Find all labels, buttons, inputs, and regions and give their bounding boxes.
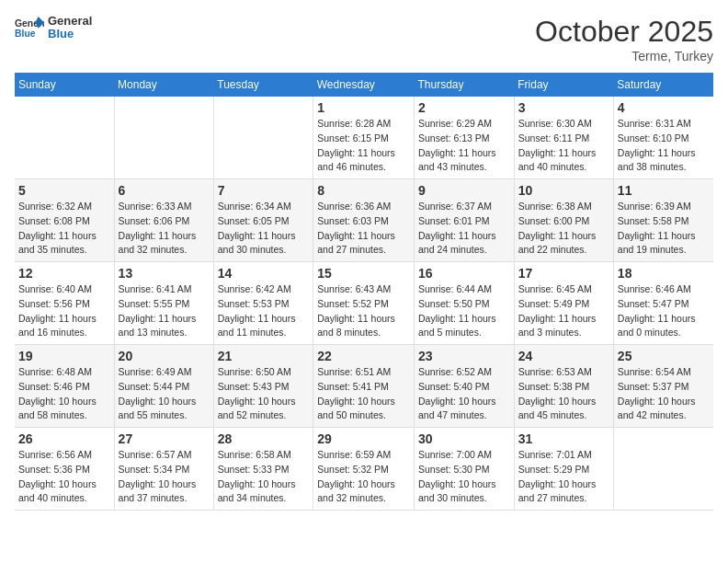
calendar-cell [15,97,114,179]
calendar-cell: 9Sunrise: 6:37 AM Sunset: 6:01 PM Daylig… [414,179,514,262]
title-block: October 2025 Terme, Turkey [535,15,713,63]
day-info: Sunrise: 6:44 AM Sunset: 5:50 PM Dayligh… [418,282,510,340]
day-number: 23 [418,349,510,363]
day-info: Sunrise: 6:28 AM Sunset: 6:15 PM Dayligh… [317,117,410,175]
day-info: Sunrise: 6:51 AM Sunset: 5:41 PM Dayligh… [317,365,410,423]
day-info: Sunrise: 6:29 AM Sunset: 6:13 PM Dayligh… [418,117,510,175]
day-info: Sunrise: 7:00 AM Sunset: 5:30 PM Dayligh… [418,448,510,506]
day-info: Sunrise: 6:46 AM Sunset: 5:47 PM Dayligh… [618,282,710,340]
logo-blue-text: Blue [48,28,92,40]
calendar-cell: 20Sunrise: 6:49 AM Sunset: 5:44 PM Dayli… [114,345,213,428]
calendar-cell: 15Sunrise: 6:43 AM Sunset: 5:52 PM Dayli… [313,262,415,345]
svg-text:Blue: Blue [15,29,36,40]
logo: General Blue General Blue [15,15,92,41]
day-number: 30 [418,431,510,446]
day-number: 8 [317,183,410,198]
day-number: 27 [119,431,210,446]
calendar-cell: 6Sunrise: 6:33 AM Sunset: 6:06 PM Daylig… [114,179,213,262]
day-info: Sunrise: 6:48 AM Sunset: 5:46 PM Dayligh… [18,365,110,423]
day-info: Sunrise: 6:38 AM Sunset: 6:00 PM Dayligh… [518,200,609,258]
day-info: Sunrise: 6:56 AM Sunset: 5:36 PM Dayligh… [18,448,110,506]
day-info: Sunrise: 6:54 AM Sunset: 5:37 PM Dayligh… [618,365,710,423]
calendar-cell [613,428,713,511]
page-header: General Blue General Blue October 2025 T… [15,15,713,63]
day-info: Sunrise: 6:32 AM Sunset: 6:08 PM Dayligh… [18,200,110,258]
day-number: 2 [418,100,510,115]
calendar-cell: 7Sunrise: 6:34 AM Sunset: 6:05 PM Daylig… [213,179,313,262]
calendar-cell: 21Sunrise: 6:50 AM Sunset: 5:43 PM Dayli… [213,345,313,428]
calendar-cell: 26Sunrise: 6:56 AM Sunset: 5:36 PM Dayli… [15,428,114,511]
weekday-header-saturday: Saturday [613,73,713,97]
calendar-cell: 23Sunrise: 6:52 AM Sunset: 5:40 PM Dayli… [414,345,514,428]
day-number: 5 [18,183,110,198]
day-number: 3 [518,100,609,115]
day-number: 14 [218,266,309,281]
calendar-cell: 29Sunrise: 6:59 AM Sunset: 5:32 PM Dayli… [313,428,415,511]
week-row-1: 1Sunrise: 6:28 AM Sunset: 6:15 PM Daylig… [15,97,713,179]
day-info: Sunrise: 6:58 AM Sunset: 5:33 PM Dayligh… [218,448,309,506]
day-number: 10 [518,183,609,198]
day-number: 18 [618,266,710,281]
day-number: 24 [518,349,609,363]
day-number: 22 [317,349,410,363]
day-info: Sunrise: 6:42 AM Sunset: 5:53 PM Dayligh… [218,282,309,340]
day-info: Sunrise: 6:36 AM Sunset: 6:03 PM Dayligh… [317,200,410,258]
day-number: 29 [317,431,410,446]
calendar-cell: 22Sunrise: 6:51 AM Sunset: 5:41 PM Dayli… [313,345,415,428]
day-info: Sunrise: 6:31 AM Sunset: 6:10 PM Dayligh… [618,117,710,175]
calendar-cell: 2Sunrise: 6:29 AM Sunset: 6:13 PM Daylig… [414,97,514,179]
day-number: 11 [618,183,710,198]
day-info: Sunrise: 6:43 AM Sunset: 5:52 PM Dayligh… [317,282,410,340]
calendar-cell: 3Sunrise: 6:30 AM Sunset: 6:11 PM Daylig… [514,97,613,179]
day-number: 4 [618,100,710,115]
week-row-4: 19Sunrise: 6:48 AM Sunset: 5:46 PM Dayli… [15,345,713,428]
weekday-header-wednesday: Wednesday [313,73,415,97]
calendar-cell: 4Sunrise: 6:31 AM Sunset: 6:10 PM Daylig… [613,97,713,179]
weekday-header-sunday: Sunday [15,73,114,97]
day-number: 15 [317,266,410,281]
logo-general-text: General [48,15,92,28]
day-number: 9 [418,183,510,198]
day-number: 17 [518,266,609,281]
weekday-header-tuesday: Tuesday [213,73,313,97]
day-number: 13 [119,266,210,281]
day-info: Sunrise: 6:50 AM Sunset: 5:43 PM Dayligh… [218,365,309,423]
day-number: 21 [218,349,309,363]
weekday-header-thursday: Thursday [414,73,514,97]
calendar-cell: 19Sunrise: 6:48 AM Sunset: 5:46 PM Dayli… [15,345,114,428]
week-row-5: 26Sunrise: 6:56 AM Sunset: 5:36 PM Dayli… [15,428,713,511]
calendar-cell: 27Sunrise: 6:57 AM Sunset: 5:34 PM Dayli… [114,428,213,511]
week-row-2: 5Sunrise: 6:32 AM Sunset: 6:08 PM Daylig… [15,179,713,262]
calendar-cell: 14Sunrise: 6:42 AM Sunset: 5:53 PM Dayli… [213,262,313,345]
day-number: 19 [18,349,110,363]
calendar-cell: 17Sunrise: 6:45 AM Sunset: 5:49 PM Dayli… [514,262,613,345]
day-info: Sunrise: 6:30 AM Sunset: 6:11 PM Dayligh… [518,117,609,175]
month-title: October 2025 [535,15,713,49]
day-number: 26 [18,431,110,446]
calendar-cell [213,97,313,179]
day-number: 1 [317,100,410,115]
day-number: 16 [418,266,510,281]
day-info: Sunrise: 6:40 AM Sunset: 5:56 PM Dayligh… [18,282,110,340]
weekday-header-friday: Friday [514,73,613,97]
day-info: Sunrise: 6:52 AM Sunset: 5:40 PM Dayligh… [418,365,510,423]
day-info: Sunrise: 6:57 AM Sunset: 5:34 PM Dayligh… [119,448,210,506]
day-info: Sunrise: 6:41 AM Sunset: 5:55 PM Dayligh… [119,282,210,340]
day-number: 6 [119,183,210,198]
calendar-table: SundayMondayTuesdayWednesdayThursdayFrid… [15,73,713,511]
day-info: Sunrise: 6:34 AM Sunset: 6:05 PM Dayligh… [218,200,309,258]
logo-icon: General Blue [15,15,44,40]
calendar-cell: 13Sunrise: 6:41 AM Sunset: 5:55 PM Dayli… [114,262,213,345]
calendar-cell: 28Sunrise: 6:58 AM Sunset: 5:33 PM Dayli… [213,428,313,511]
day-info: Sunrise: 7:01 AM Sunset: 5:29 PM Dayligh… [518,448,609,506]
calendar-cell: 5Sunrise: 6:32 AM Sunset: 6:08 PM Daylig… [15,179,114,262]
calendar-cell: 30Sunrise: 7:00 AM Sunset: 5:30 PM Dayli… [414,428,514,511]
day-number: 20 [119,349,210,363]
weekday-header-monday: Monday [114,73,213,97]
day-number: 7 [218,183,309,198]
day-info: Sunrise: 6:49 AM Sunset: 5:44 PM Dayligh… [119,365,210,423]
day-number: 28 [218,431,309,446]
day-info: Sunrise: 6:45 AM Sunset: 5:49 PM Dayligh… [518,282,609,340]
calendar-cell [114,97,213,179]
day-info: Sunrise: 6:39 AM Sunset: 5:58 PM Dayligh… [618,200,710,258]
